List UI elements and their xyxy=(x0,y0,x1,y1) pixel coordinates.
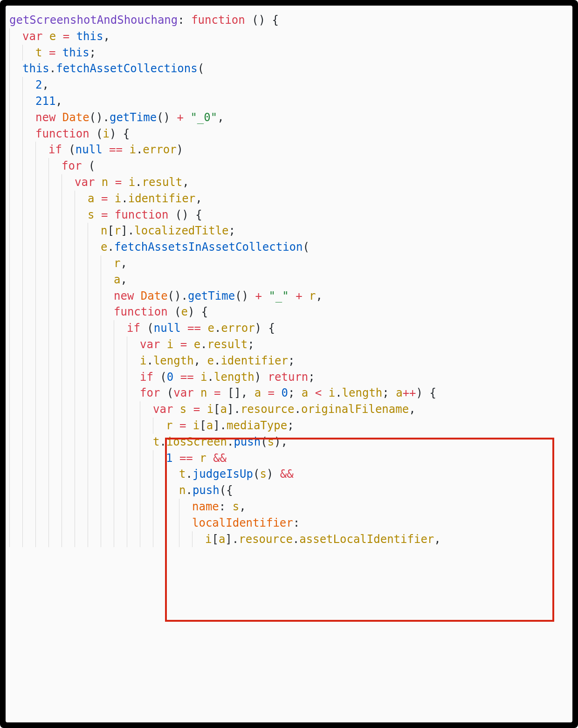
code-token xyxy=(94,192,101,205)
code-token: ( xyxy=(253,467,260,481)
code-token: var xyxy=(140,338,160,351)
code-line: i.length, e.identifier; xyxy=(9,353,569,369)
code-token: . xyxy=(293,533,299,546)
code-token: var xyxy=(153,403,173,416)
code-token: == xyxy=(179,452,193,465)
code-token: if xyxy=(127,322,140,335)
code-token: [ xyxy=(107,224,114,237)
code-token: () xyxy=(235,289,255,302)
code-token: judgeIsUp xyxy=(193,467,253,481)
code-token xyxy=(95,176,101,189)
code-token: i xyxy=(140,354,146,367)
code-token: , xyxy=(120,257,127,270)
code-token xyxy=(193,452,200,465)
code-token: 0 xyxy=(167,371,173,384)
code-token xyxy=(184,111,190,124)
code-token: , xyxy=(217,111,224,124)
code-token xyxy=(186,419,193,432)
code-token: ( xyxy=(153,371,167,384)
code-token: r xyxy=(200,452,206,465)
code-token: s xyxy=(180,403,186,416)
code-token: getTime xyxy=(188,289,235,302)
code-token: identifier xyxy=(220,354,288,367)
code-line: getScreenshotAndShouchang: function () { xyxy=(9,12,569,28)
code-editor[interactable]: getScreenshotAndShouchang: function () {… xyxy=(6,6,572,722)
code-token: = xyxy=(179,419,186,432)
code-token: , xyxy=(42,78,48,91)
code-token: function xyxy=(35,127,89,140)
code-token: == xyxy=(109,143,123,156)
code-token: , xyxy=(182,176,189,189)
code-token: "_0" xyxy=(190,111,217,124)
code-token: this xyxy=(62,46,89,59)
code-token: : xyxy=(293,516,300,529)
code-token: s xyxy=(260,467,266,481)
code-token: , xyxy=(316,289,323,302)
code-token: ; xyxy=(248,338,254,351)
code-token: && xyxy=(213,452,227,465)
code-token: . xyxy=(227,435,234,448)
code-token: a xyxy=(88,192,94,205)
code-token xyxy=(108,192,114,205)
code-line: s = function () { xyxy=(9,207,569,223)
code-token: . xyxy=(214,354,220,367)
code-token: , xyxy=(103,30,110,43)
code-token: . xyxy=(214,322,221,335)
code-token: ]. xyxy=(121,224,134,237)
code-token: getTime xyxy=(110,111,157,124)
code-token xyxy=(160,338,166,351)
code-token: = xyxy=(193,403,200,416)
editor-window: getScreenshotAndShouchang: function () {… xyxy=(0,0,578,728)
code-token: error xyxy=(143,143,176,156)
code-token: if xyxy=(140,371,153,384)
code-token: s xyxy=(268,435,274,448)
code-token: . xyxy=(121,192,128,205)
code-line: var n = i.result, xyxy=(9,174,569,191)
code-token: + xyxy=(296,289,302,302)
code-token: if xyxy=(48,143,62,156)
code-token: 211 xyxy=(35,95,55,108)
code-token xyxy=(186,403,193,416)
code-token: [ xyxy=(212,533,218,546)
code-token: i xyxy=(193,419,200,432)
code-token: "_" xyxy=(268,289,289,302)
code-token xyxy=(103,143,109,156)
code-token: ( xyxy=(261,435,267,448)
code-token: fetchAssetCollections xyxy=(56,62,197,75)
code-token xyxy=(173,338,180,351)
code-token: ( xyxy=(140,322,154,335)
code-token: i xyxy=(329,386,335,399)
code-token: ]. xyxy=(213,419,227,432)
code-token: this xyxy=(76,30,103,43)
code-token: . xyxy=(159,435,166,448)
code-token: [], xyxy=(220,386,254,399)
code-token xyxy=(42,30,49,43)
code-token: new xyxy=(35,111,55,124)
code-token: ( xyxy=(198,62,204,75)
code-token: 2 xyxy=(35,78,42,91)
code-token: e xyxy=(101,240,107,254)
code-token xyxy=(122,176,128,189)
code-token: , xyxy=(434,533,440,546)
code-token xyxy=(42,46,48,59)
code-token: + xyxy=(177,111,183,124)
code-token: . xyxy=(186,484,192,497)
code-token: a xyxy=(114,273,120,286)
code-line: new Date().getTime() + "_" + r, xyxy=(9,288,569,304)
code-line: var i = e.result; xyxy=(9,337,569,353)
code-token xyxy=(207,386,214,399)
code-token: result xyxy=(207,338,248,351)
code-token: identifier xyxy=(128,192,196,205)
code-token: a xyxy=(219,533,225,546)
code-line: n.push({ xyxy=(9,482,569,499)
code-token: a xyxy=(255,386,261,399)
code-token: fetchAssetsInAssetCollection xyxy=(114,240,303,254)
code-token: . xyxy=(135,176,142,189)
code-token: . xyxy=(107,240,114,254)
code-line: 1 == r && xyxy=(9,450,569,467)
code-token: push xyxy=(234,435,261,448)
code-token: . xyxy=(335,386,342,399)
code-token: r xyxy=(114,224,121,237)
code-token: r xyxy=(309,289,316,302)
code-token: a xyxy=(396,386,402,399)
